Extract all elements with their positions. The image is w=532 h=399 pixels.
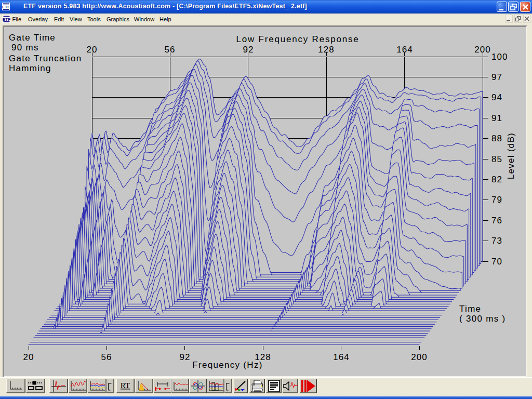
svg-text:Low Frequency Response: Low Frequency Response (236, 34, 359, 44)
svg-text:85: 85 (491, 154, 502, 164)
svg-text:20: 20 (87, 45, 98, 55)
svg-text:20: 20 (23, 352, 34, 362)
svg-text:Gate Truncation: Gate Truncation (9, 54, 82, 63)
svg-text:164: 164 (396, 45, 413, 55)
svg-text:92: 92 (243, 45, 254, 55)
svg-text:Hamming: Hamming (9, 63, 51, 73)
svg-text:90 ms: 90 ms (11, 43, 39, 52)
svg-text:Level (dB): Level (dB) (506, 132, 516, 179)
svg-text:82: 82 (491, 175, 502, 184)
svg-text:97: 97 (491, 72, 502, 82)
svg-text:73: 73 (491, 236, 502, 246)
svg-text:79: 79 (491, 195, 502, 205)
svg-text:RT: RT (121, 381, 130, 390)
svg-text:56: 56 (165, 45, 176, 55)
svg-text:76: 76 (491, 216, 502, 225)
svg-text:88: 88 (491, 134, 502, 143)
svg-text:70: 70 (491, 257, 502, 267)
svg-text:91: 91 (491, 113, 502, 123)
svg-text:Time: Time (459, 304, 481, 314)
svg-text:ETF: ETF (3, 17, 10, 22)
svg-text:Frequency (Hz): Frequency (Hz) (192, 360, 262, 370)
svg-text:128: 128 (318, 45, 334, 55)
svg-text:92: 92 (180, 352, 191, 362)
svg-text:Gate Time: Gate Time (9, 33, 56, 43)
svg-text:200: 200 (411, 352, 427, 362)
svg-text:( 300 ms ): ( 300 ms ) (459, 314, 506, 324)
svg-text:100: 100 (491, 52, 508, 62)
svg-text:200: 200 (474, 45, 490, 55)
svg-text:164: 164 (333, 352, 349, 362)
svg-text:56: 56 (101, 352, 112, 362)
svg-text:94: 94 (491, 92, 502, 102)
svg-text:ETF: ETF (2, 5, 10, 9)
